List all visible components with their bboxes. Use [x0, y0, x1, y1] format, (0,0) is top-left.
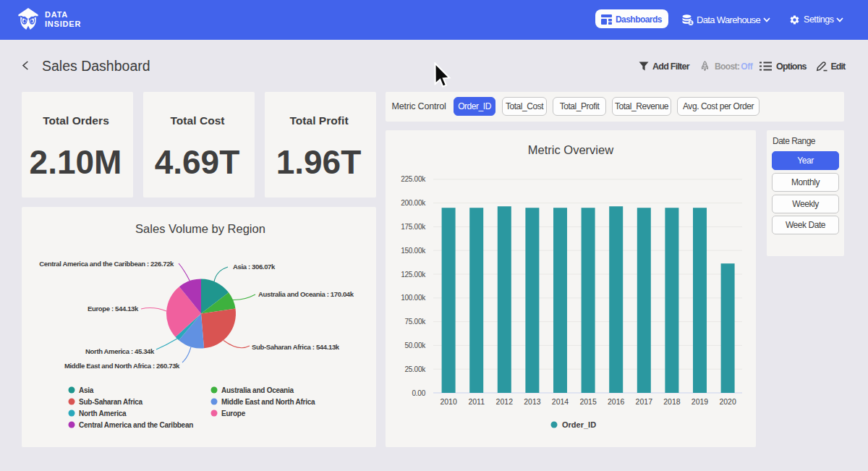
svg-text:Sub-Saharan Africa: Sub-Saharan Africa — [79, 398, 143, 406]
svg-text:Sub-Saharan Africa : 544.13k: Sub-Saharan Africa : 544.13k — [252, 343, 340, 351]
svg-text:2019: 2019 — [692, 397, 709, 406]
svg-text:2013: 2013 — [524, 397, 541, 406]
svg-text:225.00k: 225.00k — [401, 175, 426, 183]
svg-text:2020: 2020 — [719, 397, 736, 406]
svg-text:Asia : 306.07k: Asia : 306.07k — [233, 263, 276, 271]
svg-text:Europe: Europe — [221, 410, 246, 417]
svg-text:Asia: Asia — [79, 386, 94, 394]
svg-text:100.00k: 100.00k — [401, 294, 426, 302]
svg-text:125.00k: 125.00k — [401, 271, 426, 279]
svg-text:2010: 2010 — [440, 397, 457, 406]
svg-text:North America: North America — [79, 410, 127, 417]
svg-text:Middle East and North Africa :: Middle East and North Africa : 260.73k — [64, 362, 180, 370]
svg-text:Central America and the Caribb: Central America and the Caribbean — [79, 421, 193, 429]
svg-text:2018: 2018 — [663, 397, 681, 406]
svg-text:2014: 2014 — [552, 397, 569, 406]
svg-text:Central America and the Caribb: Central America and the Caribbean : 226.… — [39, 260, 174, 268]
svg-text:75.00k: 75.00k — [404, 318, 426, 326]
svg-text:Australia and Oceania : 170.04: Australia and Oceania : 170.04k — [258, 290, 354, 298]
svg-text:50.00k: 50.00k — [404, 341, 426, 349]
svg-text:0.00: 0.00 — [412, 389, 426, 397]
svg-text:Europe : 544.13k: Europe : 544.13k — [88, 305, 139, 313]
svg-text:150.00k: 150.00k — [401, 247, 426, 255]
svg-text:2015: 2015 — [579, 397, 597, 406]
svg-text:2012: 2012 — [496, 397, 514, 406]
svg-text:2017: 2017 — [636, 397, 653, 406]
svg-text:Middle East and North Africa: Middle East and North Africa — [221, 398, 315, 406]
svg-text:2016: 2016 — [608, 397, 625, 406]
svg-text:200.00k: 200.00k — [401, 199, 426, 207]
svg-text:North America : 45.34k: North America : 45.34k — [85, 347, 155, 355]
svg-text:Metric Overview: Metric Overview — [528, 143, 613, 156]
svg-text:Australia and Oceania: Australia and Oceania — [221, 386, 294, 394]
svg-text:25.00k: 25.00k — [404, 365, 426, 373]
svg-text:175.00k: 175.00k — [401, 223, 426, 231]
svg-text:Order_ID: Order_ID — [562, 420, 596, 429]
svg-text:2011: 2011 — [468, 397, 485, 406]
